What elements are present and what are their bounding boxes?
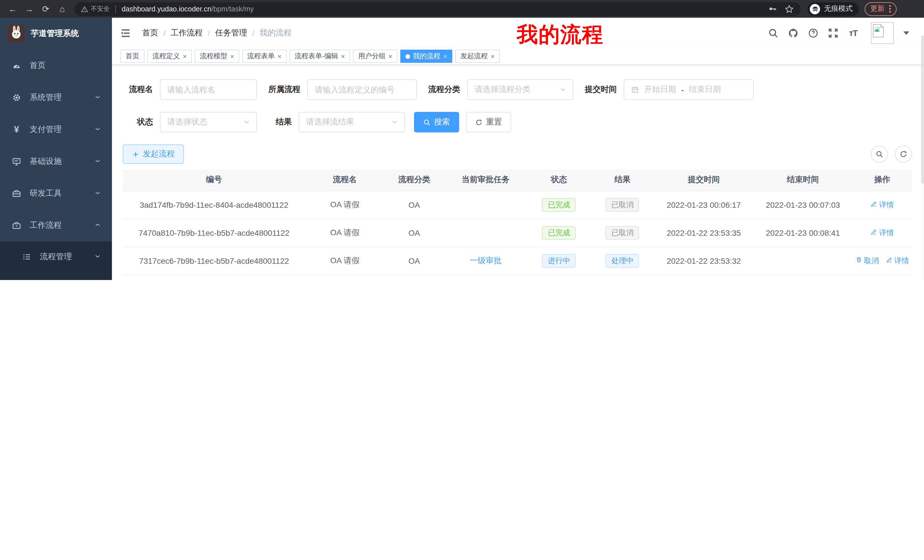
search-icon [876,150,884,158]
close-tab-icon[interactable]: × [490,53,495,60]
yen-icon: ¥ [11,125,22,134]
scrollbar[interactable] [921,35,924,280]
sidebar-item-dev-tools[interactable]: 研发工具 [0,178,112,210]
table-row: 2152467e-7b9b-11ec-9a1b-acde48001122OA 请… [123,275,912,280]
reset-button[interactable]: 重置 [466,112,511,132]
tab-process-form[interactable]: 流程表单× [242,49,286,63]
result-select[interactable]: 请选择流结果 [298,112,405,132]
incognito-badge: 无痕模式 [807,2,859,16]
cell-process-name: OA 请假 [305,247,385,275]
broken-image-icon [873,24,884,37]
tab-start-process[interactable]: 发起流程× [455,49,500,63]
github-icon[interactable] [788,27,799,39]
tab-process-definition[interactable]: 流程定义× [147,49,192,63]
close-tab-icon[interactable]: × [388,53,392,60]
home-icon[interactable]: ⌂ [56,2,69,16]
app-logo-row[interactable]: 芋道管理系统 [0,18,112,49]
plus-icon [132,150,140,158]
refresh-icon [475,118,483,126]
process-name-input[interactable] [160,79,257,100]
start-date-placeholder: 开始日期 [644,84,676,95]
not-secure-warning[interactable]: 不安全 [81,4,110,13]
cell-result: 已取消 [591,191,654,219]
font-size-icon[interactable]: ᴛT [848,27,859,39]
tab-home[interactable]: 首页 [120,49,144,63]
cell-actions: 取消详情 [853,247,912,275]
sidebar-item-workflow[interactable]: 工作流程 [0,210,112,241]
sidebar-item-home[interactable]: 首页 [0,49,112,82]
chevron-down-icon [94,252,101,262]
cell-actions: 详情 [853,275,912,280]
sidebar-toggle-icon[interactable] [120,27,132,39]
detail-link[interactable]: 详情 [871,199,894,210]
sidebar-item-process-mgmt[interactable]: 流程管理 [0,241,112,272]
fullscreen-icon[interactable] [828,27,839,39]
close-tab-icon[interactable]: × [183,53,187,60]
chevron-down-icon [94,125,101,134]
status-label: 状态 [137,117,153,127]
sidebar-item-task-mgmt[interactable]: 任务管理 [0,272,112,280]
status-badge: 已完成 [542,198,576,211]
search-button[interactable]: 搜索 [414,112,459,132]
browser-menu-icon[interactable] [889,5,891,13]
result-badge: 已取消 [606,198,639,211]
start-process-button[interactable]: 发起流程 [123,144,184,164]
avatar-dropdown-icon[interactable] [903,31,909,34]
breadcrumb-home[interactable]: 首页 [142,28,158,38]
close-tab-icon[interactable]: × [278,53,282,60]
cell-submit-time: 2022-01-22 23:53:32 [654,247,753,275]
cell-current-task [444,219,527,247]
back-icon[interactable]: ← [6,2,20,16]
breadcrumb-task-mgmt[interactable]: 任务管理 [215,28,247,38]
reload-icon[interactable]: ⟳ [39,2,52,16]
breadcrumb-workflow[interactable]: 工作流程 [171,28,203,38]
status-select[interactable]: 请选择状态 [160,112,257,132]
cell-result: 已取消 [591,219,654,247]
cell-result: 处理中 [591,247,654,275]
help-icon[interactable] [807,27,819,39]
show-search-button[interactable] [871,145,888,163]
bookmark-star-icon[interactable] [784,4,794,13]
security-label: 不安全 [91,4,110,13]
tab-user-group[interactable]: 用户分组× [353,49,398,63]
header-search-icon[interactable] [768,27,779,39]
table-row: 7317cec6-7b9b-11ec-b5b7-acde48001122OA 请… [123,247,912,275]
filter-row-1: 流程名 所属流程 流程分类 请选择流程分类 [129,79,912,100]
task-link[interactable]: 一级审批 [470,256,502,266]
tabs-bar: 首页流程定义×流程模型×流程表单×流程表单-编辑×用户分组×我的流程×发起流程× [112,48,924,65]
close-tab-icon[interactable]: × [341,53,345,60]
update-button[interactable]: 更新 [865,2,897,16]
sidebar-item-infrastructure[interactable]: 基础设施 [0,145,112,178]
avatar[interactable] [871,22,894,44]
tab-process-model[interactable]: 流程模型× [195,49,239,63]
column-header: 当前审批任务 [444,169,527,191]
detail-link[interactable]: 详情 [886,256,909,266]
process-definition-input[interactable] [307,79,417,100]
sidebar-item-system[interactable]: 系统管理 [0,82,112,114]
address-bar[interactable]: 不安全 dashboard.yudao.iocoder.cn/bpm/task/… [74,2,801,16]
password-key-icon[interactable] [768,4,777,13]
detail-link[interactable]: 详情 [871,228,894,238]
chevron-down-icon [94,93,101,102]
cell-end-time: 2022-01-22 23:51:20 [753,275,852,280]
refresh-icon [900,150,908,158]
process-category-select[interactable]: 请选择流程分类 [467,79,573,100]
cancel-link[interactable]: 取消 [855,256,879,266]
chevron-down-icon [391,118,399,126]
tab-process-form-edit[interactable]: 流程表单-编辑× [290,49,350,63]
refresh-table-button[interactable] [895,145,912,163]
close-tab-icon[interactable]: × [443,53,447,60]
column-header: 提交时间 [654,169,753,191]
cell-status: 已完成 [527,275,591,280]
cell-process-name: OA 请假 [305,191,385,219]
cell-id: 7317cec6-7b9b-11ec-b5b7-acde48001122 [123,247,305,275]
delete-icon [855,256,862,265]
result-badge: 已取消 [606,226,639,240]
cell-process-name: OA 请假 [305,219,385,247]
close-tab-icon[interactable]: × [230,53,234,60]
sidebar-item-payment[interactable]: ¥支付管理 [0,114,112,145]
result-label: 结果 [276,117,292,127]
forward-icon[interactable]: → [22,2,36,16]
tab-my-process[interactable]: 我的流程× [400,49,452,63]
submit-time-range-picker[interactable]: 开始日期 - 结束日期 [624,79,754,100]
